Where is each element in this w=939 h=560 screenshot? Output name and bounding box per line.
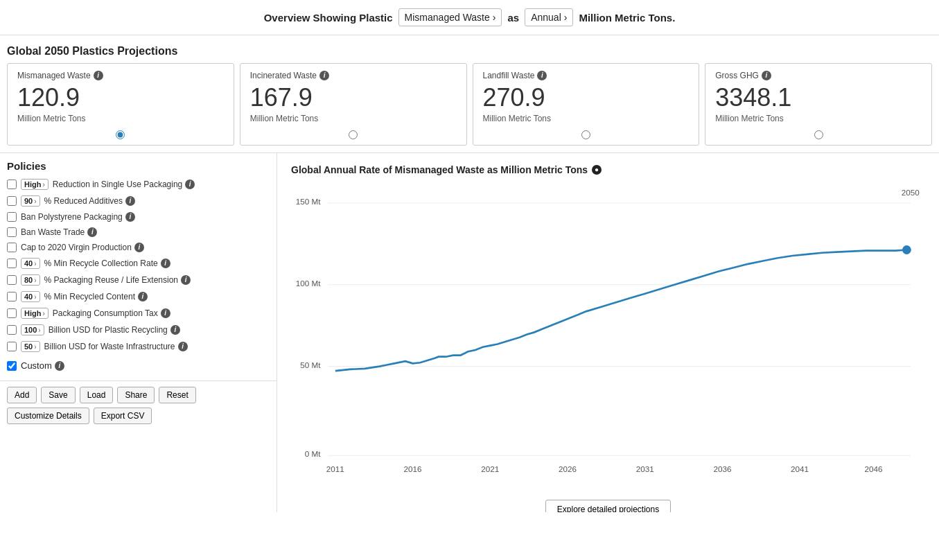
policy-info-p3[interactable]: i [125, 212, 135, 222]
policy-info-p5[interactable]: i [134, 243, 144, 252]
card-radio-mismanaged[interactable] [17, 130, 224, 139]
chart-svg: 150 Mt 100 Mt 50 Mt 0 Mt 2011 2016 2021 … [291, 182, 925, 494]
policy-label-p4: Ban Waste Trade i [21, 227, 97, 237]
custom-label[interactable]: Custom i [21, 360, 64, 371]
policy-row-p4: Ban Waste Trade i [7, 227, 270, 237]
period-dropdown-arrow: › [564, 12, 568, 23]
policy-tag-p6[interactable]: 40 › [21, 258, 40, 269]
stat-card-ghg[interactable]: Gross GHG i 3348.1 Million Metric Tons [705, 63, 932, 146]
policy-label-p11: Billion USD for Waste Infrastructure i [44, 342, 188, 351]
card-label-ghg: Gross GHG i [715, 71, 922, 80]
card-label-incinerated: Incinerated Waste i [250, 71, 457, 80]
policy-label-p1: Reduction in Single Use Packaging i [53, 180, 195, 189]
policy-info-p7[interactable]: i [181, 275, 191, 285]
stat-card-landfill[interactable]: Landfill Waste i 270.9 Million Metric To… [473, 63, 700, 146]
policy-info-p11[interactable]: i [178, 342, 188, 351]
btn-load[interactable]: Load [80, 387, 114, 403]
policy-checkbox-p9[interactable] [7, 308, 17, 318]
card-unit-incinerated: Million Metric Tons [250, 114, 457, 123]
cards-row: Mismanaged Waste i 120.9 Million Metric … [0, 63, 939, 153]
policy-checkbox-p11[interactable] [7, 342, 17, 351]
policy-tag-p7[interactable]: 80 › [21, 274, 40, 286]
policy-label-p3: Ban Polystyrene Packaging i [21, 212, 135, 222]
policy-label-p5: Cap to 2020 Virgin Production i [21, 243, 144, 252]
btn-add[interactable]: Add [7, 387, 37, 403]
card-radio-input-mismanaged[interactable] [116, 130, 125, 139]
policy-info-p10[interactable]: i [170, 325, 180, 335]
policy-row-p1: High › Reduction in Single Use Packaging… [7, 179, 270, 190]
policy-info-p9[interactable]: i [161, 308, 170, 318]
card-value-incinerated: 167.9 [250, 83, 457, 112]
policy-row-p11: 50 › Billion USD for Waste Infrastructur… [7, 341, 270, 352]
card-info-icon-mismanaged[interactable]: i [94, 71, 103, 80]
card-unit-ghg: Million Metric Tons [715, 114, 922, 123]
policy-tag-p11[interactable]: 50 › [21, 341, 40, 352]
svg-text:100 Mt: 100 Mt [296, 279, 321, 288]
policy-checkbox-p2[interactable] [7, 196, 17, 206]
policy-checkbox-p7[interactable] [7, 275, 17, 285]
card-info-icon-landfill[interactable]: i [537, 71, 547, 80]
svg-text:2046: 2046 [865, 464, 883, 473]
policy-checkbox-p6[interactable] [7, 259, 17, 268]
card-radio-landfill[interactable] [483, 130, 690, 139]
card-radio-ghg[interactable] [715, 130, 922, 139]
btn-save[interactable]: Save [41, 387, 75, 403]
period-dropdown-value: Annual [531, 12, 561, 23]
card-info-icon-incinerated[interactable]: i [319, 71, 329, 80]
policy-row-p6: 40 › % Min Recycle Collection Rate i [7, 258, 270, 269]
card-radio-input-incinerated[interactable] [349, 130, 358, 139]
svg-text:2041: 2041 [791, 464, 809, 473]
policy-checkbox-p4[interactable] [7, 227, 17, 237]
btn-share[interactable]: Share [117, 387, 155, 403]
metric-dropdown-value: Mismanaged Waste [405, 12, 490, 23]
policy-checkbox-p8[interactable] [7, 292, 17, 301]
stat-card-mismanaged[interactable]: Mismanaged Waste i 120.9 Million Metric … [7, 63, 234, 146]
btn-export-csv[interactable]: Export CSV [94, 408, 152, 424]
policy-checkbox-p10[interactable] [7, 325, 17, 335]
policy-tag-p8[interactable]: 40 › [21, 291, 40, 302]
policy-tag-p10[interactable]: 100 › [21, 324, 44, 335]
btn-reset[interactable]: Reset [159, 387, 195, 403]
policy-row-p8: 40 › % Min Recycled Content i [7, 291, 270, 302]
main-layout: Policies High › Reduction in Single Use … [0, 153, 939, 512]
chart-info-icon[interactable]: ● [592, 165, 602, 175]
card-value-ghg: 3348.1 [715, 83, 922, 112]
policy-checkbox-p3[interactable] [7, 212, 17, 222]
action-buttons-row1: AddSaveLoadShareReset [7, 387, 270, 403]
policy-checkbox-p1[interactable] [7, 180, 17, 189]
custom-info-icon[interactable]: i [55, 361, 64, 371]
svg-text:2026: 2026 [559, 464, 577, 473]
chart-area: 150 Mt 100 Mt 50 Mt 0 Mt 2011 2016 2021 … [291, 182, 925, 494]
custom-row: Custom i [7, 358, 270, 374]
period-dropdown[interactable]: Annual › [525, 8, 573, 26]
policy-info-p2[interactable]: i [125, 196, 135, 206]
policy-info-p8[interactable]: i [138, 292, 148, 301]
policy-label-p10: Billion USD for Plastic Recycling i [49, 325, 180, 335]
policy-info-p4[interactable]: i [87, 227, 97, 237]
card-radio-input-landfill[interactable] [581, 130, 590, 139]
explore-button[interactable]: Explore detailed projections [545, 500, 671, 512]
custom-checkbox[interactable] [7, 361, 17, 371]
metric-dropdown[interactable]: Mismanaged Waste › [398, 8, 502, 26]
svg-text:150 Mt: 150 Mt [296, 197, 321, 206]
header-suffix: Million Metric Tons. [579, 12, 675, 24]
policy-label-p6: % Min Recycle Collection Rate i [44, 259, 170, 268]
policy-info-p1[interactable]: i [185, 180, 195, 189]
chart-line [335, 250, 907, 371]
policy-info-p6[interactable]: i [161, 259, 170, 268]
card-radio-input-ghg[interactable] [814, 130, 823, 139]
policy-row-p2: 90 › % Reduced Additives i [7, 195, 270, 207]
policy-tag-p1[interactable]: High › [21, 179, 49, 190]
policy-label-p7: % Packaging Reuse / Life Extension i [44, 275, 191, 285]
card-label-mismanaged: Mismanaged Waste i [17, 71, 224, 80]
policy-tag-p9[interactable]: High › [21, 308, 49, 319]
btn-customize-details[interactable]: Customize Details [7, 408, 89, 424]
card-unit-landfill: Million Metric Tons [483, 114, 690, 123]
header-bar: Overview Showing Plastic Mismanaged Wast… [0, 0, 939, 35]
card-radio-incinerated[interactable] [250, 130, 457, 139]
policy-row-p3: Ban Polystyrene Packaging i [7, 212, 270, 222]
policy-checkbox-p5[interactable] [7, 243, 17, 252]
stat-card-incinerated[interactable]: Incinerated Waste i 167.9 Million Metric… [240, 63, 467, 146]
policy-tag-p2[interactable]: 90 › [21, 195, 40, 207]
card-info-icon-ghg[interactable]: i [762, 71, 771, 80]
